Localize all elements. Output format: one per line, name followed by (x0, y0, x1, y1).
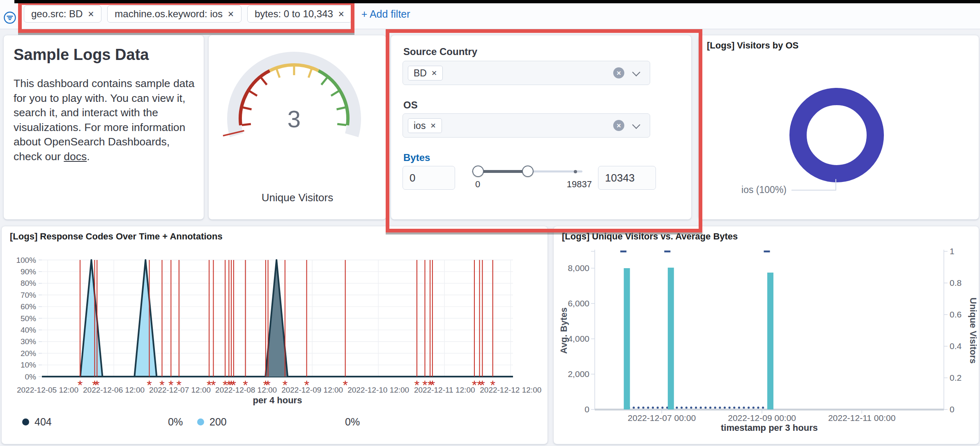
zero-dot (757, 407, 759, 409)
annotation-marker: * (231, 378, 236, 393)
zero-dot (676, 407, 678, 409)
gauge-tick (243, 108, 251, 110)
y-tick-label: 90% (21, 267, 36, 276)
filter-bar: geo.src: BD ✕ machine.os.keyword: ios ✕ … (0, 0, 980, 29)
donut-slice-ios (798, 97, 875, 174)
filter-pill-bytes[interactable]: bytes: 0 to 10,343 ✕ (247, 5, 352, 23)
gauge-tick (276, 69, 279, 78)
clear-selection-icon[interactable]: ✕ (613, 120, 624, 131)
right-tick-label: 0 (950, 405, 955, 414)
y-tick-label: 20% (21, 349, 36, 358)
left-tick-label: 0 (584, 405, 589, 414)
source-country-selected-pill[interactable]: BD ✕ (408, 66, 443, 80)
zero-dot (637, 407, 640, 409)
os-combobox[interactable]: ios ✕ ✕ (403, 113, 650, 138)
legend-item-404[interactable]: 404 (22, 416, 52, 428)
gauge-label: Unique Visitors (209, 191, 386, 204)
remove-filter-icon[interactable]: ✕ (228, 10, 234, 18)
avg-bytes-bar[interactable] (767, 273, 773, 409)
panel-title: [Logs] Visitors by OS (707, 40, 798, 51)
left-axis-title: Avg. Bytes (559, 308, 569, 354)
top-black-strip (14, 0, 980, 3)
annotation-marker: * (343, 378, 347, 393)
unique-visitors-marker (664, 251, 670, 253)
filter-pill-geo-src[interactable]: geo.src: BD ✕ (24, 5, 101, 23)
sample-logs-title: Sample Logs Data (14, 46, 149, 64)
slider-thumb-min[interactable] (472, 166, 484, 177)
avg-bytes-bar[interactable] (624, 268, 630, 409)
bytes-min-input[interactable] (403, 166, 455, 190)
source-country-combobox[interactable]: BD ✕ ✕ (403, 61, 650, 85)
right-tick-label: 0.2 (950, 373, 962, 382)
remove-filter-icon[interactable]: ✕ (338, 10, 345, 18)
x-axis-title: per 4 hours (253, 395, 302, 405)
legend-swatch (22, 418, 29, 425)
remove-option-icon[interactable]: ✕ (430, 122, 436, 130)
annotation-marker: * (480, 378, 485, 393)
panel-input-controls: Source Country BD ✕ ✕ OS ios ✕ ✕ Bytes (391, 35, 692, 220)
x-tick-label: 2022-12-05 12:00 (17, 386, 78, 394)
zero-dot (762, 407, 764, 409)
zero-dot (633, 407, 635, 409)
visitors-by-os-donut-chart[interactable]: ios (100%) (699, 35, 979, 219)
annotation-marker: * (304, 378, 309, 393)
add-filter-button[interactable]: + Add filter (361, 8, 410, 20)
docs-link[interactable]: docs (64, 150, 87, 163)
chevron-down-icon[interactable] (632, 121, 640, 129)
gauge-tick (261, 78, 267, 85)
panel-unique-visitors-gauge: 3 Unique Visitors (208, 35, 386, 220)
panel-title: [Logs] Response Codes Over Time + Annota… (10, 231, 223, 242)
zero-dot (714, 407, 716, 409)
right-tick-label: 0.8 (950, 278, 962, 287)
remove-option-icon[interactable]: ✕ (431, 69, 437, 78)
annotation-marker: * (78, 378, 83, 393)
y-tick-label: 50% (21, 314, 36, 323)
legend-swatch (197, 418, 204, 425)
left-tick-label: 6,000 (568, 299, 589, 308)
filter-circle-icon[interactable] (3, 11, 16, 24)
unique-visitors-gauge[interactable]: 3 (209, 35, 386, 191)
response-codes-area-chart[interactable]: 0%10%20%30%40%50%60%70%80%90%100%2022-12… (2, 226, 548, 415)
zero-dot (642, 407, 644, 409)
left-tick-label: 8,000 (568, 263, 589, 273)
annotation-marker: * (243, 378, 248, 393)
filter-pill-label: bytes: 0 to 10,343 (255, 8, 333, 20)
gauge-value: 3 (288, 106, 301, 132)
remove-filter-icon[interactable]: ✕ (87, 10, 94, 18)
zero-dot (719, 407, 721, 409)
unique-visitors-marker (620, 251, 626, 253)
slider-thumb-max[interactable] (522, 166, 534, 177)
slider-max-tick (574, 170, 577, 173)
slider-max-label: 19837 (567, 179, 592, 190)
legend-label: 404 (35, 416, 52, 428)
os-selected-pill[interactable]: ios ✕ (408, 118, 442, 133)
source-country-label: Source Country (403, 46, 477, 57)
filter-pill-machine-os[interactable]: machine.os.keyword: ios ✕ (107, 5, 242, 23)
legend-label: 200 (209, 416, 227, 428)
sample-logs-text-end: . (87, 150, 90, 163)
legend-label: 0% (345, 416, 360, 428)
zero-dot (704, 407, 706, 409)
annotation-marker: * (168, 378, 173, 393)
legend-item-200[interactable]: 200 (197, 416, 227, 428)
slider-min-label: 0 (475, 179, 480, 190)
annotation-marker: * (94, 378, 99, 393)
clear-selection-icon[interactable]: ✕ (613, 67, 624, 78)
x-tick-label: 2022-12-09 00:00 (728, 413, 796, 423)
left-tick-label: 2,000 (568, 369, 589, 379)
annotation-marker: * (283, 378, 288, 393)
bytes-max-input[interactable] (598, 166, 656, 190)
y-tick-label: 30% (21, 337, 36, 346)
panel-visitors-vs-bytes: [Logs] Unique Visitors vs. Average Bytes… (553, 226, 979, 444)
slider-selected-range (478, 170, 528, 173)
legend-label: 0% (168, 416, 183, 428)
zero-dot (748, 407, 750, 409)
gauge-tick (337, 124, 346, 125)
chevron-down-icon[interactable] (632, 68, 640, 76)
zero-dot (729, 407, 731, 409)
y-tick-label: 60% (21, 302, 36, 311)
visitors-vs-bytes-bar-chart[interactable]: 02,0004,0006,0008,00000.20.40.60.812022-… (554, 226, 979, 444)
gauge-tick (331, 91, 339, 96)
x-tick-label: 2022-12-09 12:00 (281, 386, 343, 394)
avg-bytes-bar[interactable] (668, 268, 674, 409)
